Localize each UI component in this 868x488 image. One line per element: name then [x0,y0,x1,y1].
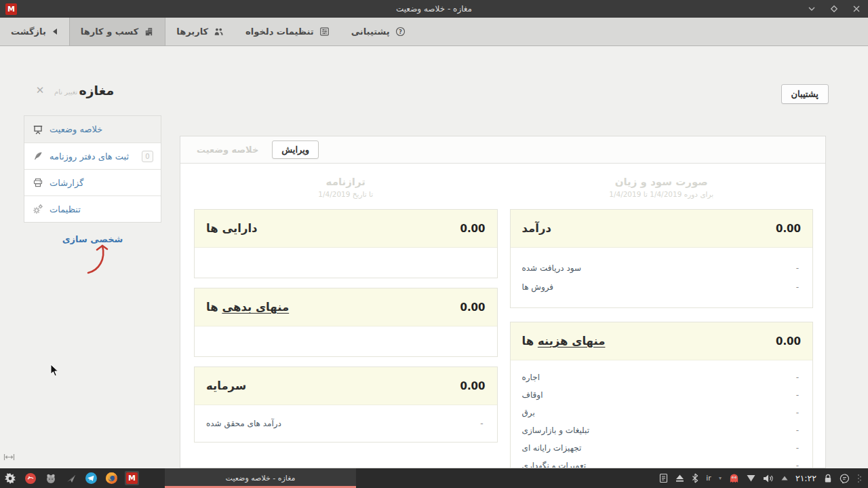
app-launcher-dark-icon[interactable] [64,471,78,485]
account-value: - [796,461,799,468]
account-link-endowments[interactable]: اوقاف [522,390,543,400]
users-icon [214,26,224,37]
back-arrow-icon [52,28,58,35]
account-row: اجاره - [511,369,813,386]
income-total-row: درآمد 0.00 [511,210,813,248]
account-link-sales[interactable]: فروش ها [522,282,554,292]
help-icon: ? [395,26,406,37]
backup-button[interactable]: پشتیبان [781,84,829,104]
account-row: فروش ها - [511,278,813,297]
assets-title: دارایی ها [206,222,258,235]
page-content: ✕ تغییر نام مغازه پشتیبان خلاصه وضعیت ثب… [0,46,868,468]
account-link-interest-received[interactable]: سود دریافت شده [522,263,582,273]
sidebar-item-label: تنظیمات [50,204,81,214]
business-name: مغازه [79,83,114,98]
firefox-icon[interactable] [104,471,119,485]
sidebar-item-settings[interactable]: تنظیمات [24,195,161,222]
income-total: 0.00 [776,223,801,235]
close-window-icon[interactable] [849,1,864,16]
sidebar-item-journal-entries[interactable]: ثبت های دفتر روزنامه 0 [24,143,161,169]
users-label: کاربرها [176,26,208,37]
resize-hint-icon [3,451,15,464]
notifications-icon[interactable] [840,474,850,483]
close-business-icon[interactable]: ✕ [34,84,46,96]
account-row: سود دریافت شده - [511,259,813,278]
taskbar-window-title: مغازه - خلاصه وضعیت [226,474,296,483]
system-menu-icon[interactable] [3,471,17,485]
back-label: بازگشت [11,26,46,37]
account-row: تجهیزات رایانه ای - [511,439,813,457]
account-value: - [796,282,799,292]
expenses-title: منهای هزینه ها [522,335,606,348]
balance-sheet-subtitle: تا تاریخ 1/4/2019 [194,190,498,198]
sidebar-nav: خلاصه وضعیت ثبت های دفتر روزنامه 0 گزارش… [24,115,161,244]
back-button[interactable]: بازگشت [0,18,69,45]
tab-businesses[interactable]: کسب و کارها [69,18,166,45]
gears-icon [32,204,43,214]
rename-business-link[interactable]: تغییر نام [54,88,77,96]
lock-icon[interactable] [824,474,832,483]
equity-section: سرمایه 0.00 درآمد های محقق شده - [194,367,498,443]
svg-text:?: ? [399,29,402,35]
tab-users[interactable]: کاربرها [165,18,235,45]
account-value: - [796,263,799,273]
account-link-electricity[interactable]: برق [522,408,535,417]
edit-button[interactable]: ویرایش [272,140,319,159]
account-row: برق - [511,404,813,421]
presentation-screen-icon [32,124,43,135]
equity-title: سرمایه [206,379,246,392]
account-link-advertising[interactable]: تبلیغات و بازارسازی [522,426,590,435]
account-value: - [796,408,799,417]
window-titlebar: M مغازه - خلاصه وضعیت [0,0,868,18]
account-row: اوقاف - [511,386,813,404]
app-launcher-red-icon[interactable] [23,471,37,485]
keyboard-layout-indicator[interactable]: ir [706,474,711,483]
equity-total-row: سرمایه 0.00 [195,367,497,405]
balance-sheet-column: ترازنامه تا تاریخ 1/4/2019 دارایی ها 0.0… [194,176,498,468]
network-tray-icon[interactable] [747,474,755,482]
volume-icon[interactable] [763,474,774,483]
liabilities-section: منهای بدهی ها 0.00 [194,288,498,357]
clock[interactable]: ۲۱:۲۲ [795,473,816,483]
account-row: تبلیغات و بازارسازی - [511,421,813,439]
window-title: مغازه - خلاصه وضعیت [0,4,868,14]
account-link-retained-earnings[interactable]: درآمد های محقق شده [206,419,281,428]
income-title: درآمد [522,222,551,235]
account-link-computer-equipment[interactable]: تجهیزات رایانه ای [522,443,582,453]
desktop-taskbar: M مغازه - خلاصه وضعیت ir ▾ ۲۱:۲۲ [0,468,868,488]
app-launcher-gray-icon[interactable] [43,471,58,485]
sidebar-item-summary[interactable]: خلاصه وضعیت [24,116,161,143]
manager-app-icon[interactable]: M [125,471,139,485]
equity-total: 0.00 [460,380,485,392]
account-value: - [796,390,799,400]
sidebar-item-label: خلاصه وضعیت [50,124,102,134]
minimize-icon[interactable] [804,1,819,16]
account-row: درآمد های محقق شده - [195,405,497,442]
account-link-rent[interactable]: اجاره [522,373,540,382]
document-tray-icon[interactable] [659,473,668,483]
support-label: پشتیبانی [351,26,390,37]
maximize-icon[interactable] [827,1,842,16]
panel-tabstrip: خلاصه وضعیت ویرایش [180,136,825,164]
telegram-icon[interactable] [84,471,98,485]
account-value: - [796,373,799,382]
summary-panel: خلاصه وضعیت ویرایش ترازنامه تا تاریخ 1/4… [180,136,826,468]
show-desktop-corner[interactable] [857,474,861,483]
taskbar-window-button[interactable]: مغازه - خلاصه وضعیت [165,468,356,488]
tab-support[interactable]: پشتیبانی ? [340,18,416,45]
account-link-repairs-maintenance[interactable]: تعمیرات و نگهداری [522,461,587,468]
tab-preferences[interactable]: تنظیمات دلخواه [235,18,340,45]
eject-icon[interactable] [675,474,684,483]
expand-tray-icon[interactable] [781,476,788,481]
account-value: - [796,426,799,435]
income-statement-subtitle: برای دوره 1/4/2019 تا 1/4/2019 [510,190,814,198]
bluetooth-icon[interactable] [692,473,698,483]
journal-count-badge: 0 [142,151,153,162]
ghost-app-icon[interactable] [729,473,739,483]
expenses-total-row: منهای هزینه ها 0.00 [511,322,813,360]
income-section: درآمد 0.00 سود دریافت شده - فروش ها - [510,209,814,308]
sidebar-item-label: ثبت های دفتر روزنامه [50,151,129,162]
layout-dropdown-icon[interactable]: ▾ [719,475,722,481]
sidebar-item-reports[interactable]: گزارشات [24,169,161,195]
assets-section: دارایی ها 0.00 [194,209,498,278]
